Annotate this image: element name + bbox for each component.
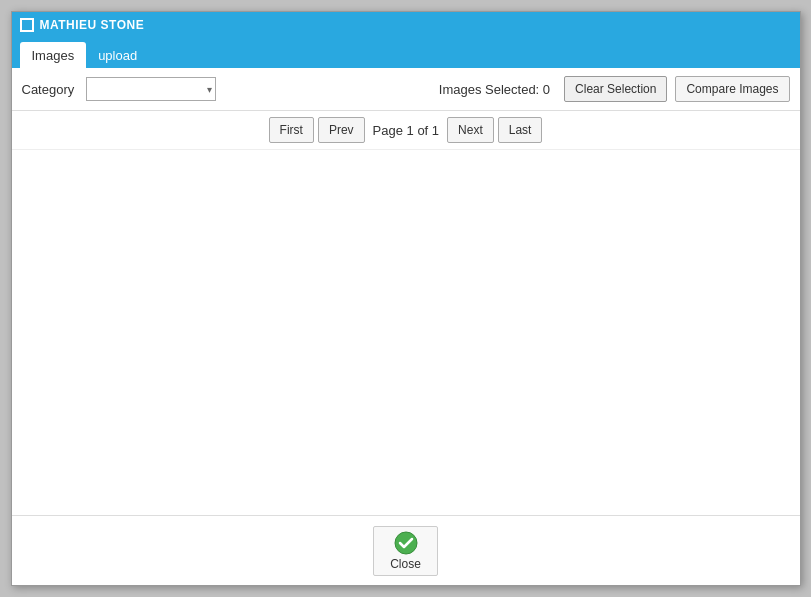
footer: Close (12, 515, 800, 585)
first-button[interactable]: First (269, 117, 314, 143)
title-bar: MATHIEU STONE (12, 12, 800, 38)
content-area: Category ▾ Images Selected: 0 Clear Sele… (12, 68, 800, 585)
tab-bar: Images upload (12, 38, 800, 68)
page-info: Page 1 of 1 (373, 123, 440, 138)
window-title: MATHIEU STONE (40, 18, 145, 32)
toolbar: Category ▾ Images Selected: 0 Clear Sele… (12, 68, 800, 111)
svg-point-0 (395, 532, 417, 554)
window-icon (20, 18, 34, 32)
tab-images[interactable]: Images (20, 42, 87, 68)
images-selected-label: Images Selected: 0 (439, 82, 550, 97)
check-icon (394, 531, 418, 555)
main-window: MATHIEU STONE Images upload Category ▾ I… (11, 11, 801, 586)
clear-selection-button[interactable]: Clear Selection (564, 76, 667, 102)
next-button[interactable]: Next (447, 117, 494, 143)
category-label: Category (22, 82, 75, 97)
main-content (12, 150, 800, 515)
category-select[interactable] (86, 77, 216, 101)
category-select-wrapper: ▾ (86, 77, 216, 101)
pagination-bar: First Prev Page 1 of 1 Next Last (12, 111, 800, 150)
close-button[interactable]: Close (373, 526, 438, 576)
compare-images-button[interactable]: Compare Images (675, 76, 789, 102)
prev-button[interactable]: Prev (318, 117, 365, 143)
last-button[interactable]: Last (498, 117, 543, 143)
close-label: Close (390, 557, 421, 571)
tab-upload[interactable]: upload (86, 42, 149, 68)
